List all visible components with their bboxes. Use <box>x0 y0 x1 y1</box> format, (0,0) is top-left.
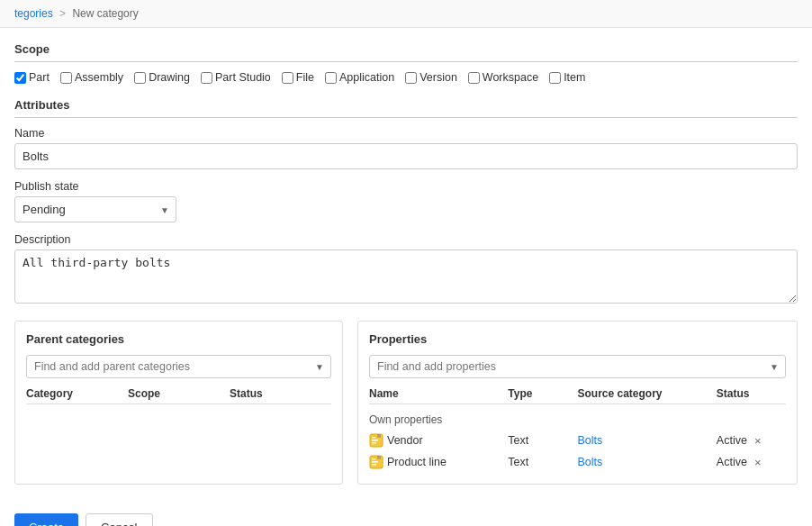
cb-part-checkbox[interactable] <box>14 72 26 84</box>
scope-checkbox-cb-drawing[interactable]: Drawing <box>134 71 190 84</box>
status-badge: Active <box>717 434 747 447</box>
properties-title: Properties <box>369 332 786 346</box>
cb-file-label: File <box>296 71 314 84</box>
scope-section: Scope PartAssemblyDrawingPart StudioFile… <box>14 42 798 84</box>
col-source-category: Source category <box>577 387 716 400</box>
cb-application-label: Application <box>339 71 394 84</box>
name-input[interactable] <box>14 143 798 169</box>
publish-state-field-group: Publish state PendingActiveInactive ▼ <box>14 180 798 222</box>
scope-checkbox-cb-version[interactable]: Version <box>405 71 457 84</box>
svg-rect-1 <box>372 437 375 439</box>
cb-part-label: Part <box>29 71 50 84</box>
property-status-cell: Active× <box>717 434 786 447</box>
scope-checkbox-cb-partstudio[interactable]: Part Studio <box>201 71 271 84</box>
table-row: VendorTextBoltsActive× <box>369 430 786 451</box>
attributes-title: Attributes <box>14 98 798 118</box>
properties-rows: VendorTextBoltsActive× Product lineTextB… <box>369 430 786 473</box>
property-name: Vendor <box>387 434 423 447</box>
properties-table-header: Name Type Source category Status <box>369 387 786 404</box>
scope-checkbox-cb-part[interactable]: Part <box>14 71 50 84</box>
scope-title: Scope <box>14 42 798 62</box>
properties-find-wrapper: ▼ <box>369 355 786 378</box>
own-properties-label: Own properties <box>369 408 786 430</box>
property-source[interactable]: Bolts <box>577 456 716 468</box>
cb-item-checkbox[interactable] <box>549 72 561 84</box>
property-status-cell: Active× <box>717 456 786 468</box>
actions-bar: Create Cancel <box>0 499 812 526</box>
cb-partstudio-label: Part Studio <box>215 71 271 84</box>
attributes-section: Attributes Name Publish state PendingAct… <box>14 98 798 306</box>
scope-checkboxes: PartAssemblyDrawingPart StudioFileApplic… <box>14 71 798 84</box>
cb-assembly-label: Assembly <box>75 71 123 84</box>
name-field-group: Name <box>14 127 798 169</box>
col-type: Type <box>508 387 577 400</box>
property-type: Text <box>508 456 577 468</box>
col-scope: Scope <box>128 387 230 400</box>
scope-checkbox-cb-item[interactable]: Item <box>549 71 585 84</box>
cb-drawing-checkbox[interactable] <box>134 72 146 84</box>
breadcrumb: tegories > New category <box>0 0 812 28</box>
cb-file-checkbox[interactable] <box>282 72 293 84</box>
property-name-cell: Product line <box>369 455 508 469</box>
breadcrumb-separator: > <box>59 7 66 20</box>
svg-rect-7 <box>372 461 378 463</box>
col-status: Status <box>230 387 331 400</box>
property-name-cell: Vendor <box>369 433 508 448</box>
svg-rect-2 <box>372 440 378 441</box>
svg-rect-6 <box>372 458 375 460</box>
col-category: Category <box>26 387 128 400</box>
parent-categories-title: Parent categories <box>26 332 331 346</box>
svg-rect-3 <box>372 442 376 444</box>
description-field-group: Description <box>14 233 798 306</box>
cb-item-label: Item <box>564 71 585 84</box>
name-label: Name <box>14 127 798 140</box>
cb-partstudio-checkbox[interactable] <box>201 72 212 84</box>
col-status: Status <box>717 387 786 400</box>
cb-application-checkbox[interactable] <box>325 72 337 84</box>
cb-assembly-checkbox[interactable] <box>60 72 72 84</box>
remove-property-button[interactable]: × <box>754 457 762 468</box>
publish-state-label: Publish state <box>14 180 798 193</box>
status-badge: Active <box>717 456 747 468</box>
cb-version-label: Version <box>420 71 457 84</box>
publish-state-select[interactable]: PendingActiveInactive <box>14 196 176 222</box>
property-source[interactable]: Bolts <box>577 434 716 447</box>
parent-categories-table-header: Category Scope Status <box>26 387 331 404</box>
svg-rect-8 <box>372 464 376 466</box>
table-row: Product lineTextBoltsActive× <box>369 451 786 473</box>
publish-state-wrapper: PendingActiveInactive ▼ <box>14 196 176 222</box>
property-name: Product line <box>387 456 447 468</box>
parent-categories-find-wrapper: ▼ <box>26 355 331 378</box>
description-label: Description <box>14 233 798 246</box>
scope-checkbox-cb-assembly[interactable]: Assembly <box>60 71 123 84</box>
description-input[interactable] <box>14 249 798 304</box>
col-name: Name <box>369 387 508 400</box>
property-type: Text <box>508 434 577 447</box>
cb-workspace-checkbox[interactable] <box>468 72 480 84</box>
two-col-section: Parent categories ▼ Category Scope Statu… <box>14 321 798 485</box>
properties-panel: Properties ▼ Name Type Source category S… <box>357 321 798 485</box>
property-icon <box>369 433 383 448</box>
remove-property-button[interactable]: × <box>754 435 762 447</box>
scope-checkbox-cb-file[interactable]: File <box>282 71 314 84</box>
parent-categories-input[interactable] <box>26 355 331 378</box>
cancel-button[interactable]: Cancel <box>86 513 152 526</box>
create-button[interactable]: Create <box>14 513 78 526</box>
parent-categories-panel: Parent categories ▼ Category Scope Statu… <box>14 321 343 485</box>
breadcrumb-parent[interactable]: tegories <box>14 7 53 20</box>
cb-version-checkbox[interactable] <box>405 72 417 84</box>
svg-rect-9 <box>377 456 381 459</box>
cb-drawing-label: Drawing <box>149 71 190 84</box>
svg-rect-4 <box>377 434 381 438</box>
breadcrumb-current: New category <box>72 7 138 20</box>
property-icon <box>369 455 383 469</box>
scope-checkbox-cb-workspace[interactable]: Workspace <box>468 71 538 84</box>
properties-input[interactable] <box>369 355 786 378</box>
cb-workspace-label: Workspace <box>483 71 538 84</box>
scope-checkbox-cb-application[interactable]: Application <box>325 71 394 84</box>
